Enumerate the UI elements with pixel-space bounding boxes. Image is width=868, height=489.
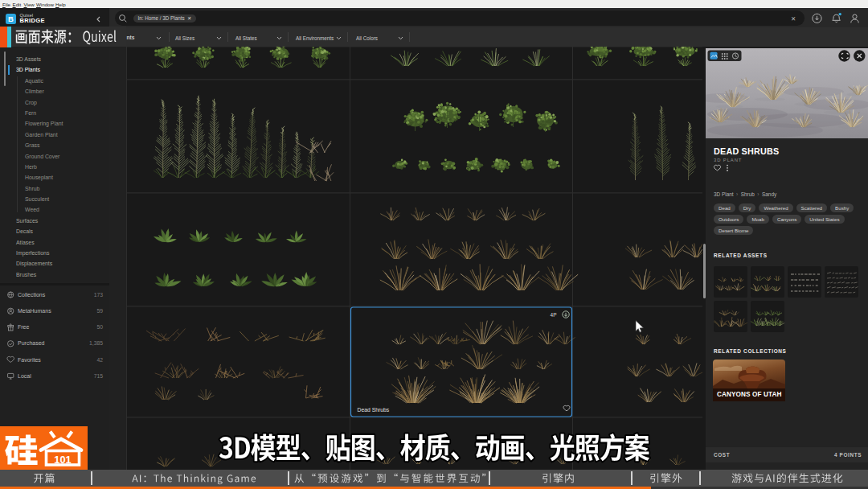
svg-text:101: 101 <box>54 454 71 466</box>
